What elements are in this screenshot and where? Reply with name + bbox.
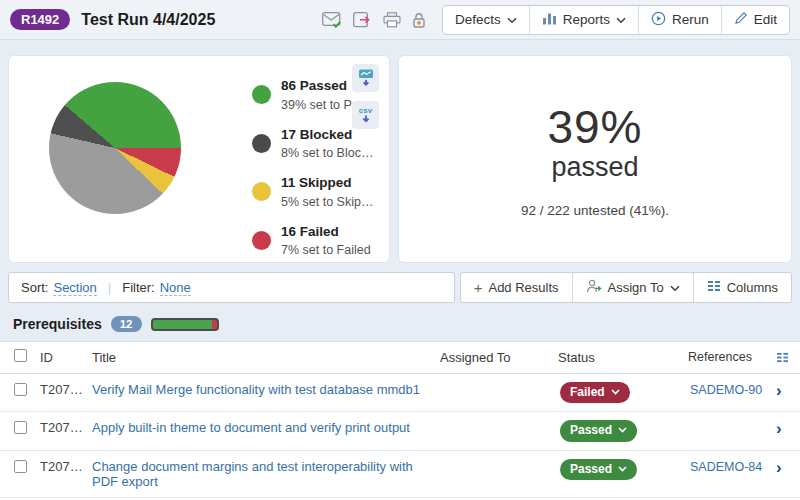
passed-swatch	[252, 85, 271, 104]
add-results-button[interactable]: + Add Results	[461, 273, 572, 302]
header-button-group: Defects Reports Rerun Edit	[442, 5, 790, 35]
col-id: ID	[40, 350, 92, 365]
reference-link[interactable]: SADEMO-90	[690, 383, 762, 397]
filter-label: Filter:	[122, 280, 155, 295]
results-action-group: + Add Results Assign To Columns	[460, 272, 792, 303]
row-checkbox[interactable]	[14, 460, 27, 473]
legend-subtitle: 7% set to Failed	[281, 243, 371, 257]
add-results-label: Add Results	[488, 280, 558, 295]
section-progress-bar	[151, 318, 219, 331]
legend-subtitle: 5% set to Skip…	[281, 195, 373, 209]
section-header: Prerequisites 12	[0, 303, 800, 341]
sort-label: Sort:	[21, 280, 48, 295]
download-csv-button[interactable]: csv	[352, 101, 379, 129]
section-count-badge: 12	[111, 316, 142, 332]
bar-chart-icon	[542, 12, 557, 28]
defects-button[interactable]: Defects	[443, 6, 529, 34]
blocked-swatch	[252, 134, 271, 153]
untested-summary: 92 / 222 untested (41%).	[521, 203, 669, 218]
summary-cards: 86 Passed 39% set to Pa… 17 Blocked 8% s…	[0, 40, 800, 267]
legend-title: 16 Failed	[281, 224, 339, 239]
status-label: Failed	[570, 385, 605, 399]
legend-title: 86 Passed	[281, 78, 347, 93]
lock-icon[interactable]	[412, 12, 426, 28]
header-actions: Defects Reports Rerun Edit	[322, 5, 790, 35]
skipped-swatch	[252, 182, 271, 201]
status-pill[interactable]: Passed	[560, 459, 637, 480]
test-title-link[interactable]: Verify Mail Merge functionality with tes…	[92, 382, 432, 397]
reference-link[interactable]: SADEMO-84	[690, 460, 762, 474]
legend-title: 11 Skipped	[281, 175, 352, 190]
results-toolbar: Sort: Section | Filter: None + Add Resul…	[0, 267, 800, 303]
app-header: R1492 Test Run 4/4/2025 Defects	[0, 0, 800, 40]
download-image-button[interactable]	[352, 64, 379, 92]
assign-user-icon	[586, 279, 602, 296]
csv-label: csv	[359, 107, 372, 115]
play-circle-icon	[651, 11, 666, 29]
export-icon[interactable]	[353, 12, 372, 28]
row-expand-chevron[interactable]: ›	[776, 419, 782, 438]
assign-to-label: Assign To	[608, 280, 664, 295]
passed-percent: 39%	[547, 100, 642, 154]
run-id-badge: R1492	[10, 9, 70, 30]
legend-item-skipped: 11 Skipped 5% set to Skip…	[252, 173, 373, 211]
row-checkbox[interactable]	[14, 383, 27, 396]
progress-summary-card: 39% passed 92 / 222 untested (41%).	[398, 55, 792, 263]
reports-label: Reports	[563, 12, 610, 27]
envelope-check-icon[interactable]	[322, 12, 342, 28]
test-id: T207…	[40, 382, 92, 397]
columns-button[interactable]: Columns	[693, 273, 791, 302]
col-references: References	[688, 349, 774, 366]
test-id: T207…	[40, 459, 92, 474]
test-title-link[interactable]: Apply built-in theme to document and ver…	[92, 420, 432, 435]
filter-value-link[interactable]: None	[160, 280, 191, 296]
chevron-down-icon	[618, 427, 627, 433]
assign-to-button[interactable]: Assign To	[572, 273, 693, 302]
chart-download-buttons: csv	[352, 64, 379, 129]
page-title: Test Run 4/4/2025	[81, 11, 215, 29]
table-header-row: ID Title Assigned To Status References	[0, 342, 800, 374]
pencil-icon	[734, 11, 748, 28]
chevron-down-icon	[670, 280, 680, 295]
status-pill[interactable]: Passed	[560, 420, 637, 441]
columns-label: Columns	[727, 280, 778, 295]
chevron-down-icon	[611, 389, 620, 395]
chart-download-icon	[358, 69, 374, 88]
table-columns-icon[interactable]	[776, 352, 800, 363]
row-expand-chevron[interactable]: ›	[776, 458, 782, 477]
test-id: T207…	[40, 420, 92, 435]
divider: |	[108, 280, 111, 295]
reports-button[interactable]: Reports	[529, 6, 638, 34]
csv-download-icon	[360, 115, 372, 124]
chevron-down-icon	[507, 12, 517, 27]
table-row: T207… Change document margins and test i…	[0, 451, 800, 498]
status-pill[interactable]: Failed	[560, 382, 630, 403]
rerun-label: Rerun	[672, 12, 709, 27]
row-checkbox[interactable]	[14, 421, 27, 434]
print-icon[interactable]	[383, 12, 401, 28]
select-all-checkbox[interactable]	[14, 349, 27, 362]
rerun-button[interactable]: Rerun	[638, 6, 721, 34]
row-expand-chevron[interactable]: ›	[776, 381, 782, 400]
sort-value-link[interactable]: Section	[53, 280, 96, 296]
chevron-down-icon	[618, 466, 627, 472]
legend-subtitle: 8% set to Bloc…	[281, 146, 373, 160]
results-table: ID Title Assigned To Status References T…	[0, 341, 800, 500]
table-row: T207… Verify Mail Merge functionality wi…	[0, 374, 800, 412]
col-title: Title	[92, 350, 440, 365]
plus-icon: +	[474, 279, 483, 296]
legend-title: 17 Blocked	[281, 127, 352, 142]
sort-filter-bar: Sort: Section | Filter: None	[8, 272, 455, 303]
quick-icons	[322, 12, 426, 28]
test-title-link[interactable]: Change document margins and test interop…	[92, 459, 432, 489]
table-row: T207… Apply built-in theme to document a…	[0, 412, 800, 450]
section-title: Prerequisites	[13, 316, 102, 332]
columns-icon	[707, 280, 721, 295]
edit-button[interactable]: Edit	[721, 6, 789, 34]
legend-item-failed: 16 Failed 7% set to Failed	[252, 222, 373, 260]
pie-chart	[49, 82, 181, 214]
pie-chart-card: 86 Passed 39% set to Pa… 17 Blocked 8% s…	[8, 55, 390, 263]
status-label: Passed	[570, 462, 612, 476]
col-status: Status	[558, 350, 688, 365]
edit-label: Edit	[754, 12, 777, 27]
